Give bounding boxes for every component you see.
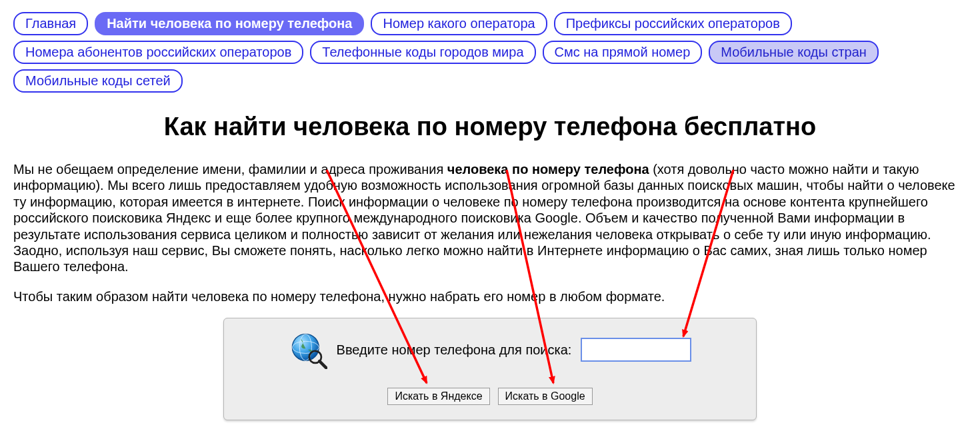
- nav-home[interactable]: Главная: [13, 12, 88, 35]
- phone-input[interactable]: [581, 338, 691, 362]
- search-yandex-button[interactable]: Искать в Яндексе: [387, 388, 489, 405]
- page-root: Главная Найти человека по номеру телефон…: [0, 0, 980, 433]
- search-label: Введите номер телефона для поиска:: [337, 342, 572, 358]
- search-buttons-row: Искать в Яндексе Искать в Google: [237, 388, 743, 405]
- search-panel: Введите номер телефона для поиска: Искат…: [223, 318, 757, 420]
- nav-city-codes[interactable]: Телефонные коды городов мира: [310, 41, 535, 64]
- nav-subscriber-numbers[interactable]: Номера абонентов российских операторов: [13, 41, 303, 64]
- intro-post: (хотя довольно часто можно найти и такую…: [13, 162, 955, 274]
- svg-point-0: [292, 334, 319, 361]
- intro-pre: Мы не обещаем определение имени, фамилии…: [13, 162, 447, 177]
- nav-prefixes[interactable]: Префиксы российских операторов: [554, 12, 792, 35]
- page-title: Как найти человека по номеру телефона бе…: [13, 113, 967, 141]
- svg-line-4: [319, 361, 326, 368]
- top-nav: Главная Найти человека по номеру телефон…: [13, 12, 967, 93]
- instruction-paragraph: Чтобы таким образом найти человека по но…: [13, 288, 967, 304]
- intro-paragraph: Мы не обещаем определение имени, фамилии…: [13, 161, 967, 275]
- intro-bold: человека по номеру телефона: [447, 162, 649, 177]
- search-row: Введите номер телефона для поиска:: [237, 330, 743, 369]
- nav-which-operator[interactable]: Номер какого оператора: [371, 12, 547, 35]
- nav-country-codes[interactable]: Мобильные коды стран: [709, 41, 879, 64]
- globe-search-icon: [289, 330, 327, 369]
- search-google-button[interactable]: Искать в Google: [498, 388, 593, 405]
- nav-sms-direct[interactable]: Смс на прямой номер: [543, 41, 703, 64]
- nav-network-codes[interactable]: Мобильные коды сетей: [13, 69, 183, 93]
- nav-find-by-phone[interactable]: Найти человека по номеру телефона: [95, 12, 364, 35]
